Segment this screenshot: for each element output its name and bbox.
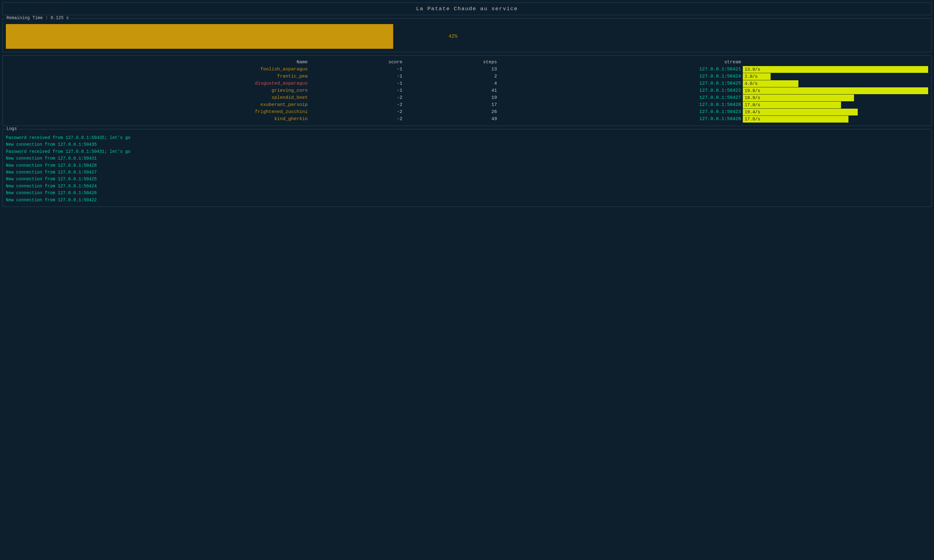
- timer-label: Remaining Time : 0.125 s: [5, 15, 70, 20]
- name-cell-7: kind_gherkin: [6, 115, 310, 123]
- steps-cell-6: 26: [404, 108, 499, 115]
- rate-cell-3: 19.8/s: [743, 87, 928, 94]
- rate-cell-2: 4.0/s: [743, 80, 928, 87]
- steps-cell-5: 17: [404, 101, 499, 108]
- score-cell-4: -2: [310, 94, 404, 101]
- stream-cell-1: 127.0.0.1:50424: [499, 73, 743, 80]
- log-line-2: Password received from 127.0.0.1:50431; …: [6, 148, 928, 155]
- steps-cell-0: 13: [404, 66, 499, 73]
- log-line-0: Password received from 127.0.0.1:50435; …: [6, 134, 928, 141]
- leaderboard-table: Name score steps stream foolish_asparagu…: [6, 58, 928, 123]
- table-row: splendid_beet-219127.0.0.1:5042718.9/s: [6, 94, 928, 101]
- col-header-score: score: [310, 58, 404, 66]
- table-row: frantic_pea-12127.0.0.1:504242.0/s: [6, 73, 928, 80]
- stream-cell-6: 127.0.0.1:50423: [499, 108, 743, 115]
- score-cell-5: -2: [310, 101, 404, 108]
- table-row: frightened_zucchini-226127.0.0.1:5042319…: [6, 108, 928, 115]
- log-line-9: New connection from 127.0.0.1:50422: [6, 197, 928, 203]
- score-cell-1: -1: [310, 73, 404, 80]
- leaderboard-body: foolish_asparagus-113127.0.0.1:5042113.0…: [6, 66, 928, 123]
- steps-cell-1: 2: [404, 73, 499, 80]
- name-cell-2: disgusted_asparagus: [6, 80, 310, 87]
- table-row: kind_gherkin-249127.0.0.1:5042617.8/s: [6, 115, 928, 123]
- name-cell-3: grieving_corn: [6, 87, 310, 94]
- rate-cell-1: 2.0/s: [743, 73, 928, 80]
- log-line-5: New connection from 127.0.0.1:50427: [6, 169, 928, 175]
- table-row: foolish_asparagus-113127.0.0.1:5042113.0…: [6, 66, 928, 73]
- col-header-name: Name: [6, 58, 310, 66]
- name-cell-4: splendid_beet: [6, 94, 310, 101]
- col-header-stream: stream: [499, 58, 743, 66]
- table-header-row: Name score steps stream: [6, 58, 928, 66]
- score-cell-7: -2: [310, 115, 404, 123]
- steps-cell-4: 19: [404, 94, 499, 101]
- stream-cell-7: 127.0.0.1:50426: [499, 115, 743, 123]
- score-cell-6: -2: [310, 108, 404, 115]
- stream-cell-2: 127.0.0.1:50425: [499, 80, 743, 87]
- name-cell-0: foolish_asparagus: [6, 66, 310, 73]
- steps-cell-2: 4: [404, 80, 499, 87]
- col-header-rate: [743, 58, 928, 66]
- table-row: exuberant_parsnip-217127.0.0.1:5042817.0…: [6, 101, 928, 108]
- rate-cell-4: 18.9/s: [743, 94, 928, 101]
- timer-panel: Remaining Time : 0.125 s 42%: [3, 18, 931, 52]
- score-cell-2: -1: [310, 80, 404, 87]
- log-line-3: New connection from 127.0.0.1:50431: [6, 155, 928, 162]
- name-cell-6: frightened_zucchini: [6, 108, 310, 115]
- rate-cell-5: 17.0/s: [743, 101, 928, 108]
- rate-cell-6: 19.4/s: [743, 108, 928, 115]
- score-cell-0: -1: [310, 66, 404, 73]
- stream-cell-4: 127.0.0.1:50427: [499, 94, 743, 101]
- stream-cell-3: 127.0.0.1:50422: [499, 87, 743, 94]
- progress-container: 42%: [6, 24, 928, 49]
- stream-cell-0: 127.0.0.1:50421: [499, 66, 743, 73]
- log-line-1: New connection from 127.0.0.1:50435: [6, 141, 928, 148]
- steps-cell-7: 49: [404, 115, 499, 123]
- progress-text: 42%: [449, 34, 458, 39]
- col-header-steps: steps: [404, 58, 499, 66]
- logs-label: Logs: [5, 126, 18, 131]
- progress-bar: [6, 24, 393, 49]
- log-line-4: New connection from 127.0.0.1:50428: [6, 162, 928, 169]
- table-row: disgusted_asparagus-14127.0.0.1:504254.0…: [6, 80, 928, 87]
- steps-cell-3: 41: [404, 87, 499, 94]
- logs-container: Password received from 127.0.0.1:50435; …: [6, 134, 928, 203]
- log-line-7: New connection from 127.0.0.1:50424: [6, 183, 928, 189]
- rate-cell-7: 17.8/s: [743, 115, 928, 123]
- name-cell-5: exuberant_parsnip: [6, 101, 310, 108]
- name-cell-1: frantic_pea: [6, 73, 310, 80]
- stream-cell-5: 127.0.0.1:50428: [499, 101, 743, 108]
- app-title: La Patate Chaude au service: [3, 3, 931, 15]
- leaderboard-panel: Name score steps stream foolish_asparagu…: [3, 55, 931, 126]
- score-cell-3: -1: [310, 87, 404, 94]
- log-line-6: New connection from 127.0.0.1:50425: [6, 175, 928, 182]
- logs-panel: Logs Password received from 127.0.0.1:50…: [3, 129, 931, 207]
- log-line-8: New connection from 127.0.0.1:50426: [6, 189, 928, 196]
- rate-cell-0: 13.0/s: [743, 66, 928, 73]
- table-row: grieving_corn-141127.0.0.1:5042219.8/s: [6, 87, 928, 94]
